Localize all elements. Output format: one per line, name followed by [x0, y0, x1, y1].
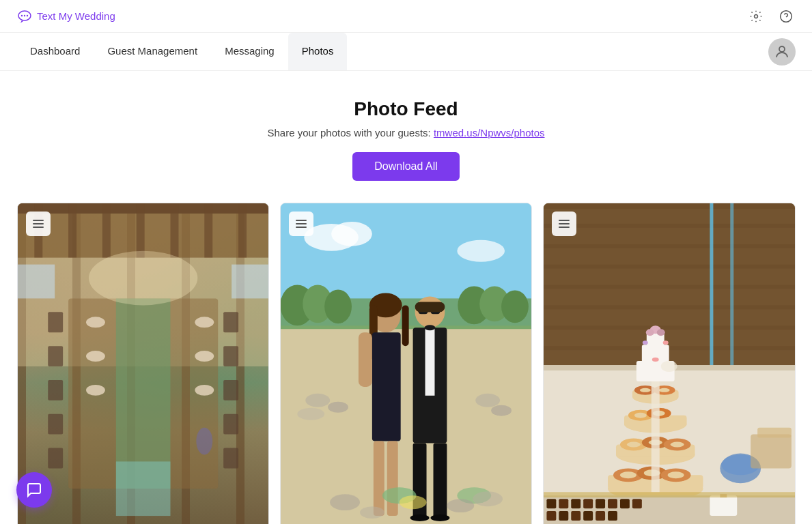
svg-point-29	[86, 317, 105, 328]
svg-point-5	[781, 10, 792, 22]
page-title: Photo Feed	[16, 98, 796, 120]
svg-rect-95	[730, 203, 733, 366]
barn-venue-svg	[18, 203, 268, 524]
svg-rect-86	[544, 203, 794, 209]
svg-rect-126	[652, 380, 660, 492]
menu-line	[559, 223, 570, 224]
svg-rect-142	[596, 499, 605, 508]
menu-line	[296, 223, 307, 224]
svg-rect-36	[18, 265, 55, 299]
photo-menu-button-2[interactable]	[289, 212, 313, 236]
svg-point-130	[652, 358, 659, 362]
svg-point-82	[447, 499, 474, 512]
svg-rect-149	[583, 511, 593, 521]
svg-rect-71	[425, 328, 434, 396]
svg-point-56	[491, 405, 512, 416]
menu-line	[296, 220, 307, 221]
svg-point-134	[646, 329, 654, 336]
svg-rect-154	[751, 435, 792, 469]
menu-line	[559, 220, 570, 221]
dessert-svg	[544, 203, 794, 524]
nav-links: Dashboard Guest Management Messaging Pho…	[16, 33, 347, 70]
photo-card-3	[543, 203, 795, 524]
svg-point-3	[27, 14, 28, 16]
user-avatar-button[interactable]	[768, 38, 796, 66]
svg-rect-141	[583, 499, 593, 508]
svg-point-50	[501, 290, 529, 323]
svg-rect-145	[632, 499, 642, 508]
svg-rect-21	[48, 380, 63, 401]
svg-point-81	[360, 506, 384, 519]
user-icon	[774, 44, 790, 60]
svg-rect-19	[48, 312, 63, 332]
svg-rect-22	[48, 414, 63, 435]
svg-rect-155	[757, 428, 792, 438]
svg-point-101	[620, 471, 636, 478]
download-all-button[interactable]: Download All	[352, 152, 460, 181]
share-link[interactable]: tmwed.us/Npwvs/photos	[434, 127, 545, 139]
svg-rect-146	[547, 511, 557, 521]
nav-link-guest-management[interactable]: Guest Management	[94, 33, 211, 70]
svg-rect-138	[547, 499, 557, 508]
svg-rect-35	[115, 461, 170, 516]
svg-rect-151	[608, 511, 617, 521]
menu-line	[559, 227, 570, 228]
menu-line	[33, 227, 44, 228]
settings-button[interactable]	[746, 7, 766, 26]
photo-menu-button-3[interactable]	[552, 212, 576, 236]
svg-rect-14	[204, 203, 212, 258]
svg-rect-92	[544, 325, 794, 330]
svg-point-80	[330, 494, 360, 510]
svg-point-31	[86, 385, 105, 396]
nav-link-photos[interactable]: Photos	[288, 33, 348, 70]
photo-image-1	[18, 203, 268, 524]
svg-rect-90	[544, 285, 794, 289]
svg-rect-12	[136, 203, 144, 258]
svg-point-54	[297, 408, 324, 420]
svg-point-83	[473, 491, 503, 506]
svg-rect-11	[102, 203, 110, 258]
svg-point-78	[400, 495, 427, 509]
svg-rect-143	[608, 499, 617, 508]
svg-rect-91	[544, 305, 794, 309]
svg-rect-150	[596, 511, 605, 521]
svg-rect-140	[571, 499, 580, 508]
nav-link-messaging[interactable]: Messaging	[211, 33, 288, 70]
photo-grid	[17, 203, 796, 524]
logo-icon	[16, 8, 33, 25]
nav-link-dashboard[interactable]: Dashboard	[16, 33, 94, 70]
svg-point-47	[324, 289, 352, 323]
menu-line	[296, 227, 307, 228]
svg-rect-24	[223, 312, 238, 332]
svg-point-125	[659, 388, 670, 392]
svg-rect-147	[559, 511, 569, 521]
share-text: Share your photos with your guests: tmwe…	[16, 127, 796, 139]
svg-rect-26	[223, 380, 238, 401]
svg-rect-10	[68, 203, 76, 258]
svg-point-136	[661, 361, 677, 372]
svg-rect-64	[387, 441, 398, 516]
svg-point-113	[671, 442, 684, 448]
photo-card-1	[17, 203, 269, 524]
svg-rect-27	[223, 414, 238, 435]
svg-rect-74	[433, 443, 447, 519]
photo-image-2	[281, 203, 531, 524]
svg-point-33	[195, 351, 214, 362]
help-button[interactable]	[776, 7, 796, 26]
svg-rect-87	[544, 224, 794, 228]
svg-rect-137	[544, 495, 794, 524]
photo-menu-button-1[interactable]	[26, 212, 51, 236]
svg-point-76	[430, 514, 449, 521]
svg-point-6	[779, 46, 785, 52]
menu-line	[33, 220, 44, 221]
logo[interactable]: Text My Wedding	[16, 8, 115, 25]
svg-rect-60	[402, 305, 409, 346]
svg-rect-15	[238, 203, 247, 258]
chat-button[interactable]	[16, 472, 52, 508]
svg-rect-20	[48, 346, 63, 366]
svg-rect-61	[372, 332, 401, 441]
svg-point-34	[195, 385, 214, 396]
svg-rect-88	[544, 244, 794, 248]
svg-point-42	[331, 222, 372, 246]
svg-point-53	[328, 402, 348, 413]
